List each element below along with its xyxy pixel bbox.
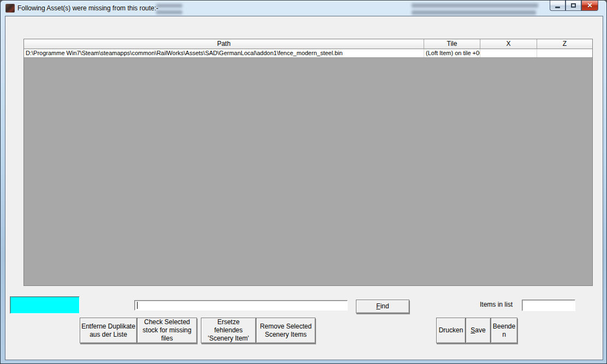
cell-x <box>480 49 537 57</box>
close-button[interactable]: ✕ <box>581 1 598 11</box>
cell-z <box>537 49 592 57</box>
glass-smudge <box>156 4 182 8</box>
titlebar[interactable]: Following Asset(s) were missing from thi… <box>1 1 606 16</box>
column-header-tile[interactable]: Tile <box>424 39 480 49</box>
minimize-icon <box>555 7 560 8</box>
print-button[interactable]: Drucken <box>436 318 466 343</box>
save-button[interactable]: Save <box>466 318 491 343</box>
client-area: Path Tile X Z D:\Programme Win7\Steam\st… <box>5 16 603 360</box>
close-icon: ✕ <box>587 2 592 9</box>
maximize-button[interactable] <box>566 1 581 11</box>
minimize-button[interactable] <box>550 1 566 11</box>
missing-assets-list: Path Tile X Z D:\Programme Win7\Steam\st… <box>23 39 593 286</box>
glass-smudge <box>412 10 536 15</box>
app-window: Following Asset(s) were missing from thi… <box>0 0 607 364</box>
cell-tile: (Loft Item) on tile +000 <box>424 49 480 57</box>
check-selected-button[interactable]: Check Selected stock for missing files <box>137 318 197 343</box>
find-button[interactable]: Find <box>356 300 409 313</box>
column-header-path[interactable]: Path <box>24 39 424 49</box>
cell-path: D:\Programme Win7\Steam\steamapps\common… <box>24 49 424 57</box>
app-icon <box>5 4 15 13</box>
glass-smudge <box>412 3 538 8</box>
caption-buttons: ✕ <box>550 1 598 11</box>
list-header: Path Tile X Z <box>24 39 592 49</box>
find-mnemonic: F <box>376 302 380 310</box>
table-row[interactable]: D:\Programme Win7\Steam\steamapps\common… <box>24 49 592 58</box>
remove-duplicates-button[interactable]: Entferne Duplikate aus der Liste <box>80 318 137 343</box>
status-indicator-box <box>10 296 80 314</box>
glass-smudge <box>156 10 182 14</box>
column-header-z[interactable]: Z <box>537 39 592 49</box>
items-in-list-label: Items in list <box>480 301 513 308</box>
remove-selected-button[interactable]: Remove Selected Scenery Items <box>256 318 316 343</box>
column-header-x[interactable]: X <box>480 39 537 49</box>
items-in-list-input[interactable] <box>522 300 575 311</box>
quit-button[interactable]: Beenden <box>491 318 517 343</box>
maximize-icon <box>571 3 576 8</box>
replace-scenery-button[interactable]: Ersetze fehlendes 'Scenery Item' <box>201 318 256 343</box>
search-input[interactable] <box>134 300 348 311</box>
text-caret <box>137 302 138 309</box>
window-title: Following Asset(s) were missing from thi… <box>17 4 158 12</box>
